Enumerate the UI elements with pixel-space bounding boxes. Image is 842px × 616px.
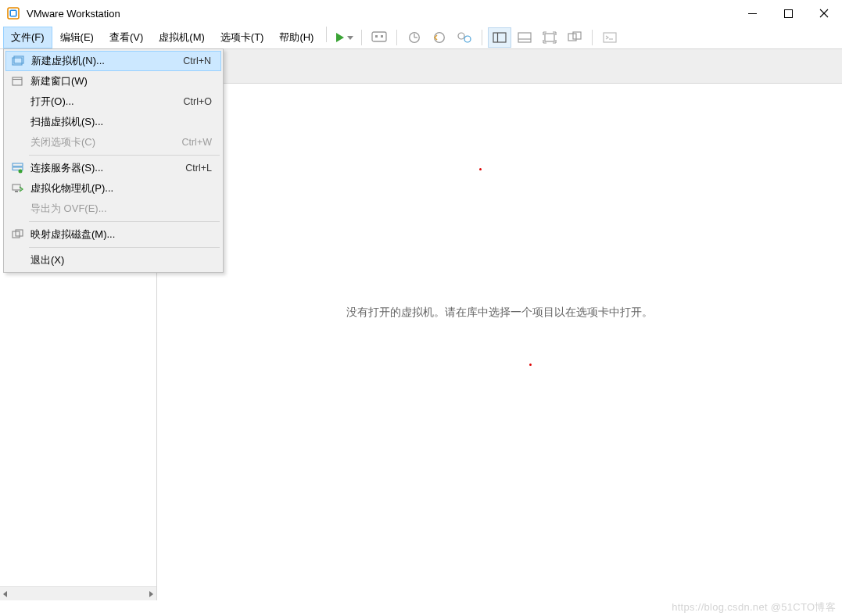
snapshot-revert-button[interactable] — [428, 27, 451, 48]
fullscreen-button[interactable] — [538, 27, 561, 48]
title-bar: VMware Workstation — [0, 0, 842, 27]
menu-close-tab-shortcut: Ctrl+W — [181, 137, 217, 148]
menu-edit-label: 编辑(E) — [60, 30, 94, 45]
menu-map-vdisk[interactable]: 映射虚拟磁盘(M)... — [5, 224, 221, 245]
menu-close-tab-label: 关闭选项卡(C) — [26, 135, 181, 149]
menu-file-label: 文件(F) — [11, 30, 45, 45]
svg-rect-23 — [604, 33, 616, 42]
menu-close-tab: 关闭选项卡(C) Ctrl+W — [5, 132, 221, 152]
menu-new-vm[interactable]: 新建虚拟机(N)... Ctrl+N — [5, 51, 221, 71]
tab-strip[interactable] — [157, 49, 842, 84]
file-menu-dropdown: 新建虚拟机(N)... Ctrl+N 新建窗口(W) 打开(O)... Ctrl… — [3, 48, 224, 273]
show-library-button[interactable] — [488, 27, 511, 48]
maximize-button[interactable] — [770, 0, 806, 27]
menu-export-ovf-label: 导出为 OVF(E)... — [26, 202, 212, 216]
menu-open-label: 打开(O)... — [26, 95, 184, 109]
menu-vm-label: 虚拟机(M) — [159, 30, 205, 45]
menu-exit-label: 退出(X) — [26, 253, 212, 267]
svg-rect-31 — [13, 163, 23, 167]
svg-point-13 — [435, 33, 445, 43]
svg-rect-8 — [375, 35, 378, 38]
sidebar-scrollbar[interactable] — [0, 586, 156, 600]
console-button[interactable] — [598, 27, 622, 48]
svg-rect-16 — [493, 33, 506, 42]
menu-view-label: 查看(V) — [109, 30, 143, 45]
cursor-dot — [529, 364, 532, 366]
menu-bar: 文件(F) 编辑(E) 查看(V) 虚拟机(M) 选项卡(T) 帮助(H) — [0, 27, 842, 48]
menu-new-window-label: 新建窗口(W) — [26, 74, 212, 88]
menu-scan-vm-label: 扫描虚拟机(S)... — [26, 115, 212, 129]
toolbar-divider — [326, 27, 327, 42]
send-ctrl-alt-del-button[interactable] — [367, 27, 391, 48]
svg-rect-20 — [545, 34, 554, 41]
menu-vm[interactable]: 虚拟机(M) — [151, 27, 213, 48]
svg-rect-1 — [10, 10, 16, 16]
svg-rect-7 — [372, 32, 386, 41]
menu-virtualize-physical[interactable]: 虚拟化物理机(P)... — [5, 178, 221, 199]
cursor-dot — [479, 168, 482, 170]
menu-map-vdisk-label: 映射虚拟磁盘(M)... — [26, 227, 212, 242]
toolbar — [331, 27, 622, 48]
menu-virtualize-physical-label: 虚拟化物理机(P)... — [26, 181, 212, 195]
svg-rect-22 — [573, 32, 581, 39]
svg-rect-29 — [13, 77, 22, 85]
svg-marker-25 — [3, 591, 7, 597]
svg-rect-3 — [784, 9, 792, 17]
toolbar-divider — [592, 30, 593, 45]
svg-marker-26 — [149, 591, 153, 597]
scroll-left-icon — [2, 590, 9, 598]
svg-rect-21 — [568, 34, 576, 41]
svg-point-15 — [464, 36, 471, 42]
menu-help[interactable]: 帮助(H) — [271, 27, 321, 48]
svg-rect-18 — [518, 33, 531, 42]
svg-rect-0 — [8, 8, 19, 19]
menu-tabs[interactable]: 选项卡(T) — [213, 27, 272, 48]
new-window-icon — [9, 77, 26, 86]
minimize-button[interactable] — [734, 0, 770, 27]
show-thumbnail-button[interactable] — [513, 27, 536, 48]
menu-file[interactable]: 文件(F) — [3, 27, 52, 48]
menu-new-vm-shortcut: Ctrl+N — [183, 56, 216, 66]
svg-rect-9 — [381, 35, 383, 38]
window-controls — [734, 0, 842, 27]
menu-scan-vm[interactable]: 扫描虚拟机(S)... — [5, 112, 221, 132]
app-icon — [6, 6, 20, 20]
toolbar-divider — [396, 30, 397, 45]
menu-open[interactable]: 打开(O)... Ctrl+O — [5, 91, 221, 112]
svg-rect-35 — [15, 191, 18, 192]
menu-connect-server-label: 连接服务器(S)... — [26, 161, 185, 175]
menu-edit[interactable]: 编辑(E) — [52, 27, 102, 48]
toolbar-divider — [361, 30, 362, 45]
svg-rect-34 — [13, 184, 20, 190]
main-panel: 没有打开的虚拟机。请在库中选择一个项目以在选项卡中打开。 — [157, 49, 842, 600]
close-button[interactable] — [806, 0, 842, 27]
virtualize-physical-icon — [9, 183, 26, 194]
menu-tabs-label: 选项卡(T) — [220, 30, 264, 45]
menu-connect-server-shortcut: Ctrl+L — [185, 163, 217, 174]
menu-separator — [29, 221, 220, 222]
snapshot-manager-button[interactable] — [453, 27, 476, 48]
empty-state-message: 没有打开的虚拟机。请在库中选择一个项目以在选项卡中打开。 — [157, 306, 842, 320]
snapshot-take-button[interactable] — [403, 27, 426, 48]
toolbar-divider — [482, 30, 482, 45]
new-vm-icon — [9, 56, 27, 66]
unity-button[interactable] — [563, 27, 586, 48]
svg-point-33 — [18, 170, 22, 174]
power-on-button[interactable] — [332, 27, 356, 48]
menu-help-label: 帮助(H) — [279, 30, 314, 45]
app-title: VMware Workstation — [27, 8, 120, 20]
menu-separator — [29, 247, 220, 248]
scroll-right-icon — [147, 590, 155, 598]
svg-marker-6 — [336, 33, 344, 42]
connect-server-icon — [9, 163, 26, 174]
watermark: https://blog.csdn.net @51CTO博客 — [672, 600, 836, 614]
menu-view[interactable]: 查看(V) — [102, 27, 151, 48]
menu-new-vm-label: 新建虚拟机(N)... — [27, 54, 183, 68]
menu-exit[interactable]: 退出(X) — [5, 250, 221, 270]
chevron-down-icon — [347, 36, 353, 40]
menu-open-shortcut: Ctrl+O — [184, 96, 217, 107]
menu-new-window[interactable]: 新建窗口(W) — [5, 71, 221, 91]
svg-point-14 — [458, 33, 464, 39]
menu-connect-server[interactable]: 连接服务器(S)... Ctrl+L — [5, 158, 221, 178]
map-vdisk-icon — [9, 229, 26, 240]
